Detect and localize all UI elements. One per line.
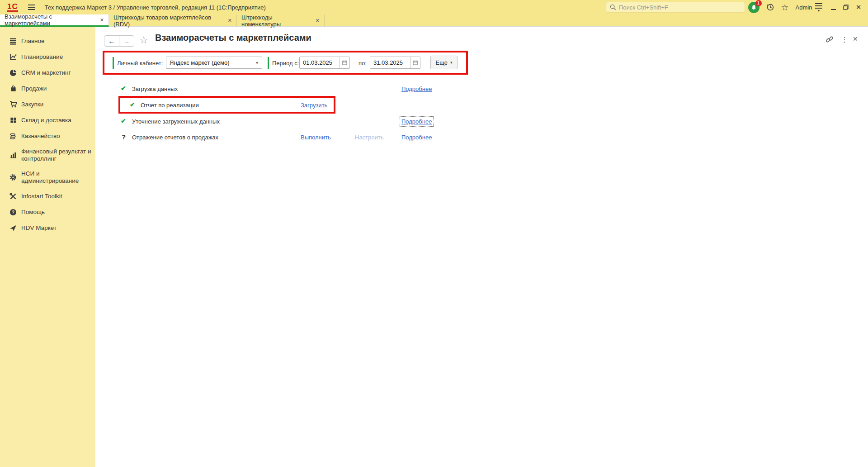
sidebar-item-prodazhi[interactable]: Продажи <box>0 81 95 96</box>
coins-icon <box>9 132 17 140</box>
more-actions-button[interactable]: ⋮ <box>841 35 848 44</box>
calendar-icon <box>342 60 347 65</box>
step-label-refine-data: Уточнение загруженных данных <box>132 118 220 125</box>
tab-vzaimoraschety[interactable]: Взаиморасчеты с маркетплейсами ✕ <box>0 14 109 27</box>
period-to-value: 31.03.2025 <box>370 57 410 68</box>
cabinet-label: Личный кабинет: <box>117 60 163 67</box>
sidebar-item-planirovanie[interactable]: Планирование <box>0 49 95 65</box>
service-menu-button[interactable]: ▾ <box>812 0 826 14</box>
sidebar-item-glavnoe[interactable]: Главное <box>0 33 95 49</box>
notifications-button[interactable]: 1 <box>747 0 760 14</box>
back-button[interactable]: ← <box>104 36 119 46</box>
window-title: Тех поддержка Маркет 3 / Управление торг… <box>45 4 266 11</box>
more-button[interactable]: Еще ▾ <box>430 56 458 69</box>
history-nav-group: ← → <box>104 35 134 47</box>
sidebar-item-label: Планирование <box>21 53 63 61</box>
close-form-button[interactable]: ✕ <box>853 35 858 43</box>
cabinet-select[interactable]: Яндекс маркет (демо) ▾ <box>166 57 262 69</box>
page-title: Взаиморасчеты с маркетплейсами <box>155 33 311 43</box>
search-input[interactable]: Поиск Ctrl+Shift+F <box>606 2 745 13</box>
minimize-icon <box>831 9 836 10</box>
1c-logo[interactable]: 1С <box>7 3 18 12</box>
sidebar-item-infostart[interactable]: Infostart Toolkit <box>0 188 95 204</box>
details-link-load-data[interactable]: Подробнее <box>401 86 432 92</box>
question-status-icon: ? <box>122 133 126 141</box>
tab-label: Штрихкоды товаров маркетплейсов (RDV) <box>113 14 224 28</box>
period-to-label: по: <box>359 60 367 67</box>
add-favorite-star-icon[interactable]: ☆ <box>139 34 148 46</box>
success-check-icon: ✔ <box>130 101 135 108</box>
step-label-load-data: Загрузка данных <box>132 86 178 92</box>
more-button-label: Еще <box>436 59 448 66</box>
shopping-bag-icon <box>9 85 17 93</box>
tab-shtrihkody-tovarov[interactable]: Штрихкоды товаров маркетплейсов (RDV) ✕ <box>109 14 237 27</box>
minimize-button[interactable] <box>827 0 839 14</box>
forward-button[interactable]: → <box>119 36 134 46</box>
get-link-button[interactable] <box>826 35 834 45</box>
group-separator <box>113 57 114 69</box>
sidebar-item-sklad[interactable]: Склад и доставка <box>0 112 95 128</box>
sidebar-item-zakupki[interactable]: Закупки <box>0 96 95 112</box>
home-menu-icon <box>9 37 17 45</box>
restore-button[interactable] <box>840 0 852 14</box>
bar-chart-icon <box>9 151 17 159</box>
sidebar-item-kaznacheystvo[interactable]: Казначейство <box>0 128 95 144</box>
close-tab-icon[interactable]: ✕ <box>228 18 232 24</box>
period-from-value: 01.03.2025 <box>300 57 340 68</box>
close-icon: ✕ <box>856 3 862 11</box>
chevron-down-icon: ▾ <box>256 60 258 65</box>
tab-bar: Взаиморасчеты с маркетплейсами ✕ Штрихко… <box>0 14 868 27</box>
restore-icon <box>843 5 849 10</box>
period-from-input[interactable]: 01.03.2025 <box>299 57 350 69</box>
sidebar-item-nsi[interactable]: НСИ и администрирование <box>0 166 95 188</box>
history-button[interactable] <box>764 0 777 14</box>
shopping-cart-icon <box>9 100 17 109</box>
sidebar-item-pomosch[interactable]: ? Помощь <box>0 204 95 220</box>
svg-text:?: ? <box>12 210 14 214</box>
step-label-reflect-reports: Отражение отчетов о продажах <box>132 134 218 141</box>
calendar-button[interactable] <box>340 57 349 68</box>
pie-chart-icon <box>9 69 17 77</box>
link-chain-icon <box>826 35 834 43</box>
gear-icon <box>9 173 17 181</box>
period-to-input[interactable]: 31.03.2025 <box>370 57 420 69</box>
close-tab-icon[interactable]: ✕ <box>100 17 104 23</box>
chevron-down-icon: ▾ <box>450 60 453 65</box>
sidebar-item-rdv-market[interactable]: RDV Маркет <box>0 220 95 236</box>
sidebar-item-label: НСИ и администрирование <box>21 170 92 185</box>
details-link-reflect-reports[interactable]: Подробнее <box>401 134 432 141</box>
configure-link-reflect-reports[interactable]: Настроить <box>355 134 384 141</box>
sidebar-item-label: CRM и маркетинг <box>21 69 71 76</box>
current-user[interactable]: Admin <box>794 0 814 14</box>
rocket-icon <box>9 224 17 232</box>
history-icon <box>766 3 774 11</box>
load-link-sales-report[interactable]: Загрузить <box>301 102 327 109</box>
close-icon: ✕ <box>853 35 858 43</box>
favorites-button[interactable]: ☆ <box>778 0 791 14</box>
star-icon: ☆ <box>781 2 788 13</box>
main-menu-icon[interactable] <box>28 5 35 10</box>
close-tab-icon[interactable]: ✕ <box>316 18 320 24</box>
tab-label: Взаиморасчеты с маркетплейсами <box>5 13 96 27</box>
cabinet-value: Яндекс маркет (демо) <box>166 57 252 68</box>
details-link-refine-data[interactable]: Подробнее <box>401 118 432 125</box>
tools-icon <box>9 192 17 200</box>
dropdown-button[interactable]: ▾ <box>252 57 262 68</box>
sidebar-item-label: Главное <box>21 38 45 45</box>
sidebar-item-label: Помощь <box>21 209 45 216</box>
sidebar-item-finrezultat[interactable]: Финансовый результат и контроллинг <box>0 144 95 166</box>
sidebar-item-crm[interactable]: CRM и маркетинг <box>0 65 95 81</box>
group-separator <box>268 57 269 69</box>
calendar-icon <box>413 60 418 65</box>
run-link-reflect-reports[interactable]: Выполнить <box>301 134 331 141</box>
sidebar-item-label: Казначейство <box>21 133 60 140</box>
close-window-button[interactable]: ✕ <box>853 0 864 14</box>
sidebar-item-label: Финансовый результат и контроллинг <box>21 148 92 162</box>
top-bar: 1С Тех поддержка Маркет 3 / Управление т… <box>0 0 868 14</box>
tab-shtrihkody-nomenklatury[interactable]: Штрихкоды номенклатуры ✕ <box>237 14 325 27</box>
kebab-icon: ⋮ <box>841 36 848 43</box>
search-placeholder: Поиск Ctrl+Shift+F <box>619 4 668 11</box>
period-from-label: Период с: <box>272 60 299 67</box>
step-label-sales-report: Отчет по реализации <box>141 102 199 109</box>
calendar-button[interactable] <box>410 57 420 68</box>
